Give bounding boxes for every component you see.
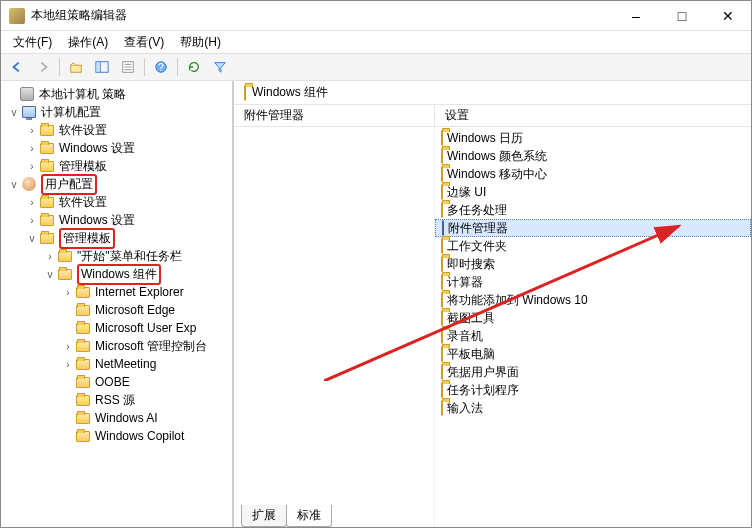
- menu-help[interactable]: 帮助(H): [172, 32, 229, 53]
- tree-mmc[interactable]: ›Microsoft 管理控制台: [1, 337, 232, 355]
- tree-rss[interactable]: RSS 源: [1, 391, 232, 409]
- tree-win-components[interactable]: vWindows 组件: [1, 265, 232, 283]
- window-title: 本地组策略编辑器: [31, 7, 613, 24]
- column-header-left[interactable]: 附件管理器: [234, 105, 434, 126]
- tree-uc-admin[interactable]: v管理模板: [1, 229, 232, 247]
- folder-icon: [76, 323, 90, 334]
- column-header-right[interactable]: 设置: [434, 105, 751, 126]
- properties-button[interactable]: [116, 56, 140, 78]
- folder-icon: [76, 305, 90, 316]
- tree-copilot[interactable]: Windows Copilot: [1, 427, 232, 445]
- tree-user-config[interactable]: v用户配置: [1, 175, 232, 193]
- details-pane: Windows 组件 附件管理器 设置 Windows 日历Windows 颜色…: [233, 81, 751, 527]
- minimize-button[interactable]: –: [613, 1, 659, 31]
- menu-action[interactable]: 操作(A): [60, 32, 116, 53]
- folder-icon: [76, 431, 90, 442]
- settings-item[interactable]: 边缘 UI: [435, 183, 751, 201]
- settings-item[interactable]: Windows 移动中心: [435, 165, 751, 183]
- tree-cc-software[interactable]: ›软件设置: [1, 121, 232, 139]
- settings-item[interactable]: 录音机: [435, 327, 751, 345]
- tab-extended[interactable]: 扩展: [241, 505, 287, 527]
- folder-icon: [40, 233, 54, 244]
- settings-item-label: 多任务处理: [447, 202, 507, 219]
- tree-label: Windows 设置: [59, 140, 135, 157]
- toolbar: ?: [1, 53, 751, 81]
- settings-item-label: Windows 颜色系统: [447, 148, 547, 165]
- svg-rect-0: [71, 65, 82, 72]
- tree-oobe[interactable]: OOBE: [1, 373, 232, 391]
- forward-button[interactable]: [31, 56, 55, 78]
- tree-label: 管理模板: [59, 158, 107, 175]
- tree-label: 用户配置: [41, 174, 97, 195]
- settings-item[interactable]: Windows 日历: [435, 129, 751, 147]
- settings-item[interactable]: 任务计划程序: [435, 381, 751, 399]
- settings-item-label: Windows 日历: [447, 130, 523, 147]
- folder-icon: [441, 365, 443, 379]
- settings-item-label: 计算器: [447, 274, 483, 291]
- folder-icon: [76, 359, 90, 370]
- settings-item-label: 录音机: [447, 328, 483, 345]
- tree-user-exp[interactable]: Microsoft User Exp: [1, 319, 232, 337]
- folder-icon: [76, 395, 90, 406]
- tab-standard[interactable]: 标准: [286, 505, 332, 527]
- maximize-button[interactable]: □: [659, 1, 705, 31]
- settings-item[interactable]: 多任务处理: [435, 201, 751, 219]
- close-button[interactable]: ✕: [705, 1, 751, 31]
- folder-icon: [40, 215, 54, 226]
- policy-icon: [20, 87, 34, 101]
- settings-item[interactable]: 输入法: [435, 399, 751, 417]
- tree-cc-admin[interactable]: ›管理模板: [1, 157, 232, 175]
- tree-root[interactable]: 本地计算机 策略: [1, 85, 232, 103]
- settings-item-label: 截图工具: [447, 310, 495, 327]
- tree-uc-software[interactable]: ›软件设置: [1, 193, 232, 211]
- folder-icon: [441, 275, 443, 289]
- tree-start-menu[interactable]: ›"开始"菜单和任务栏: [1, 247, 232, 265]
- settings-item-label: 附件管理器: [448, 220, 508, 237]
- tree-netmeeting[interactable]: ›NetMeeting: [1, 355, 232, 373]
- folder-icon: [441, 383, 443, 397]
- tree-ie[interactable]: ›Internet Explorer: [1, 283, 232, 301]
- settings-item[interactable]: 计算器: [435, 273, 751, 291]
- folder-icon: [441, 293, 443, 307]
- details-header-title: Windows 组件: [252, 84, 328, 101]
- folder-icon: [58, 269, 72, 280]
- user-icon: [22, 177, 36, 191]
- help-button[interactable]: ?: [149, 56, 173, 78]
- tree-cc-windows[interactable]: ›Windows 设置: [1, 139, 232, 157]
- back-button[interactable]: [5, 56, 29, 78]
- tree-edge[interactable]: Microsoft Edge: [1, 301, 232, 319]
- folder-icon: [40, 143, 54, 154]
- settings-item[interactable]: 截图工具: [435, 309, 751, 327]
- filter-button[interactable]: [208, 56, 232, 78]
- navigation-tree[interactable]: 本地计算机 策略 v计算机配置 ›软件设置 ›Windows 设置 ›管理模板 …: [1, 81, 233, 527]
- folder-icon: [58, 251, 72, 262]
- tree-label: 软件设置: [59, 122, 107, 139]
- menubar: 文件(F) 操作(A) 查看(V) 帮助(H): [1, 31, 751, 53]
- settings-item[interactable]: 平板电脑: [435, 345, 751, 363]
- tree-uc-windows[interactable]: ›Windows 设置: [1, 211, 232, 229]
- settings-item-label: 输入法: [447, 400, 483, 417]
- menu-file[interactable]: 文件(F): [5, 32, 60, 53]
- settings-item[interactable]: 凭据用户界面: [435, 363, 751, 381]
- settings-item-label: 任务计划程序: [447, 382, 519, 399]
- computer-icon: [22, 106, 36, 118]
- tree-label: 本地计算机 策略: [39, 86, 126, 103]
- folder-icon: [441, 167, 443, 181]
- settings-item[interactable]: Windows 颜色系统: [435, 147, 751, 165]
- tree-label: "开始"菜单和任务栏: [77, 248, 182, 265]
- up-button[interactable]: [64, 56, 88, 78]
- settings-item[interactable]: 附件管理器: [435, 219, 751, 237]
- settings-item[interactable]: 工作文件夹: [435, 237, 751, 255]
- folder-icon: [40, 125, 54, 136]
- tree-label: 软件设置: [59, 194, 107, 211]
- settings-item[interactable]: 即时搜索: [435, 255, 751, 273]
- tree-winai[interactable]: Windows AI: [1, 409, 232, 427]
- show-hide-tree-button[interactable]: [90, 56, 114, 78]
- settings-list[interactable]: Windows 日历Windows 颜色系统Windows 移动中心边缘 UI多…: [434, 127, 751, 527]
- tree-label: Microsoft Edge: [95, 303, 175, 317]
- settings-item[interactable]: 将功能添加到 Windows 10: [435, 291, 751, 309]
- menu-view[interactable]: 查看(V): [116, 32, 172, 53]
- settings-item-label: 凭据用户界面: [447, 364, 519, 381]
- tree-computer-config[interactable]: v计算机配置: [1, 103, 232, 121]
- refresh-button[interactable]: [182, 56, 206, 78]
